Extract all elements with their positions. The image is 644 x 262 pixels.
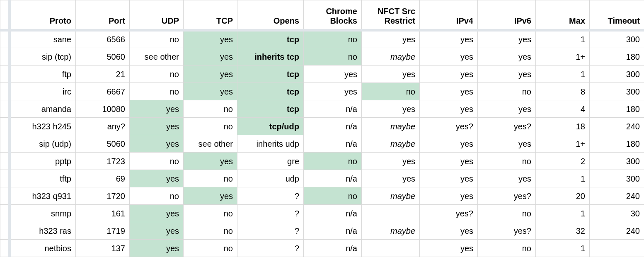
cell-proto[interactable]: netbios [10,239,76,257]
cell-opens[interactable]: ? [237,204,304,222]
cell-timeout[interactable]: 240 [590,222,644,239]
cell-nfct[interactable] [362,204,420,222]
cell-chrome[interactable]: no [304,152,362,170]
cell-proto[interactable]: h323 h245 [10,117,76,135]
cell-udp[interactable]: no [130,65,184,82]
cell-ipv4[interactable]: yes [420,222,478,239]
cell-port[interactable]: 137 [76,239,130,257]
cell-timeout[interactable]: 30 [590,204,644,222]
cell-tcp[interactable]: no [184,170,237,187]
cell-chrome[interactable]: no [304,48,362,65]
cell-max[interactable]: 20 [536,187,590,204]
col-header[interactable]: Chrome Blocks [304,0,362,30]
cell-udp[interactable]: yes [130,222,184,239]
cell-max[interactable]: 1 [536,204,590,222]
col-header[interactable]: Port [76,0,130,30]
cell-udp[interactable]: yes [130,239,184,257]
cell-nfct[interactable]: maybe [362,135,420,152]
cell-max[interactable]: 1 [536,30,590,48]
cell-proto[interactable]: sip (tcp) [10,48,76,65]
cell-opens[interactable]: tcp [237,30,304,48]
cell-proto[interactable]: sip (udp) [10,135,76,152]
cell-chrome[interactable]: n/a [304,239,362,257]
cell-proto[interactable]: snmp [10,204,76,222]
cell-ipv4[interactable]: yes [420,152,478,170]
cell-ipv4[interactable]: yes [420,48,478,65]
cell-ipv4[interactable]: yes? [420,204,478,222]
cell-max[interactable]: 1 [536,65,590,82]
cell-nfct[interactable]: no [362,82,420,100]
cell-udp[interactable]: yes [130,170,184,187]
cell-opens[interactable]: ? [237,239,304,257]
cell-chrome[interactable]: no [304,30,362,48]
cell-ipv6[interactable]: no [478,82,536,100]
cell-udp[interactable]: yes [130,100,184,117]
cell-port[interactable]: 5060 [76,48,130,65]
cell-nfct[interactable]: yes [362,170,420,187]
cell-max[interactable]: 1+ [536,48,590,65]
cell-max[interactable]: 8 [536,82,590,100]
cell-opens[interactable]: tcp [237,65,304,82]
cell-ipv4[interactable]: yes [420,239,478,257]
cell-chrome[interactable]: yes [304,82,362,100]
cell-port[interactable]: 161 [76,204,130,222]
cell-tcp[interactable]: no [184,117,237,135]
cell-ipv6[interactable]: yes [478,48,536,65]
cell-port[interactable]: 6667 [76,82,130,100]
cell-tcp[interactable]: yes [184,48,237,65]
col-header[interactable]: Proto [10,0,76,30]
col-header[interactable]: IPv4 [420,0,478,30]
cell-timeout[interactable]: 180 [590,48,644,65]
cell-chrome[interactable]: n/a [304,117,362,135]
cell-tcp[interactable]: no [184,100,237,117]
cell-timeout[interactable]: 180 [590,135,644,152]
cell-ipv6[interactable]: yes [478,100,536,117]
cell-udp[interactable]: yes [130,117,184,135]
cell-chrome[interactable]: no [304,187,362,204]
cell-ipv6[interactable]: yes [478,135,536,152]
cell-tcp[interactable]: yes [184,65,237,82]
cell-opens[interactable]: gre [237,152,304,170]
cell-proto[interactable]: pptp [10,152,76,170]
cell-max[interactable]: 1 [536,239,590,257]
cell-port[interactable]: 1723 [76,152,130,170]
cell-timeout[interactable] [590,239,644,257]
cell-nfct[interactable]: yes [362,100,420,117]
cell-udp[interactable]: no [130,30,184,48]
cell-chrome[interactable]: n/a [304,100,362,117]
cell-udp[interactable]: yes [130,135,184,152]
cell-proto[interactable]: ftp [10,65,76,82]
cell-udp[interactable]: no [130,82,184,100]
cell-max[interactable]: 32 [536,222,590,239]
cell-max[interactable]: 1+ [536,135,590,152]
cell-opens[interactable]: ? [237,222,304,239]
cell-port[interactable]: 69 [76,170,130,187]
col-header[interactable]: TCP [184,0,237,30]
cell-timeout[interactable]: 300 [590,152,644,170]
cell-tcp[interactable]: yes [184,187,237,204]
cell-ipv6[interactable]: yes? [478,222,536,239]
cell-max[interactable]: 1 [536,170,590,187]
cell-chrome[interactable]: yes [304,65,362,82]
cell-nfct[interactable]: yes [362,65,420,82]
cell-chrome[interactable]: n/a [304,204,362,222]
cell-nfct[interactable]: yes [362,152,420,170]
cell-chrome[interactable]: n/a [304,135,362,152]
cell-nfct[interactable]: yes [362,30,420,48]
cell-opens[interactable]: inherits udp [237,135,304,152]
cell-proto[interactable]: tftp [10,170,76,187]
cell-ipv4[interactable]: yes? [420,117,478,135]
cell-opens[interactable]: inherits tcp [237,48,304,65]
cell-tcp[interactable]: yes [184,82,237,100]
cell-port[interactable]: any? [76,117,130,135]
cell-proto[interactable]: amanda [10,100,76,117]
cell-ipv6[interactable]: yes [478,170,536,187]
cell-ipv6[interactable]: yes? [478,117,536,135]
cell-ipv4[interactable]: yes [420,30,478,48]
cell-udp[interactable]: see other [130,48,184,65]
cell-opens[interactable]: tcp [237,82,304,100]
cell-max[interactable]: 2 [536,152,590,170]
cell-max[interactable]: 4 [536,100,590,117]
cell-nfct[interactable]: maybe [362,222,420,239]
cell-ipv4[interactable]: yes [420,82,478,100]
